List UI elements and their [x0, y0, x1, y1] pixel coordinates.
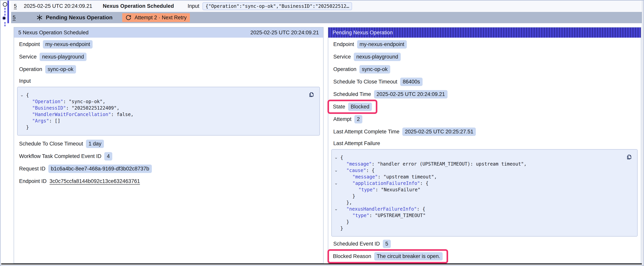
event-detail-panel-scheduled: 5 Nexus Operation Scheduled 2025-02-25 U…	[14, 27, 324, 264]
json-key: "cause"	[346, 168, 366, 173]
field-row-endpoint: Endpointmy-nexus-endpoint	[333, 38, 641, 51]
field-label: Endpoint ID	[19, 178, 46, 184]
retry-attempt-badge: Attempt 2 · Next Retry	[122, 13, 190, 22]
field-value-chip: Blocked	[348, 103, 372, 111]
field-row-scheduled-event-id: Scheduled Event ID5	[333, 237, 641, 250]
field-label: Workflow Task Completed Event ID	[19, 153, 101, 159]
json-text: },	[346, 200, 352, 205]
json-text: }	[352, 193, 355, 199]
field-value-chip: The circuit breaker is open.	[374, 252, 443, 260]
json-text: : "handler error (UPSTREAM_TIMEOUT): ups…	[372, 161, 527, 167]
failure-section-label: Last Attempt Failure	[333, 140, 380, 146]
input-json-viewer: ⌄{"Operation": "sync-op-ok","BusinessID"…	[17, 87, 320, 136]
field-value-chip: 2025-02-25 UTC 20:24:09.21	[374, 90, 448, 99]
field-value-chip: 2	[354, 115, 362, 123]
field-row-service: Servicenexus-playground	[19, 51, 323, 63]
field-row-scheduled-time: Scheduled Time2025-02-25 UTC 20:24:09.21	[333, 88, 641, 100]
field-label: Endpoint	[19, 41, 40, 47]
field-label: Operation	[19, 66, 42, 72]
timeline-active-bar	[8, 1, 9, 23]
json-line: }	[332, 225, 637, 232]
annotation-highlight-box: Blocked ReasonThe circuit breaker is ope…	[328, 249, 448, 263]
field-row-endpoint-id: Endpoint ID3c0c75ccfa8144b092c13ce632463…	[19, 175, 323, 187]
input-preview-chip[interactable]: {"Operation":"sync-op-ok","BusinessID":"…	[202, 2, 352, 10]
collapse-caret-icon[interactable]: ⌄	[20, 92, 24, 98]
event-id-link[interactable]: 5	[13, 15, 16, 21]
field-value-link[interactable]: 3c0c75ccfa8144b092c13ce632463761	[50, 178, 140, 184]
json-text: : "sync-op-ok",	[63, 99, 106, 104]
event-detail-timestamp: 2025-02-25 UTC 20:24:09.21	[250, 30, 319, 36]
vertical-scrollbar[interactable]	[642, 1, 644, 265]
field-row-schedule-to-close-timeout: Schedule To Close Timeout86400s	[333, 76, 641, 88]
json-key: "Operation"	[32, 99, 63, 104]
field-label: Operation	[333, 66, 356, 72]
field-value-chip: 2025-02-25 UTC 20:25:27.51	[402, 128, 476, 136]
field-label: Service	[333, 54, 351, 60]
json-line: "type": "UPSTREAM_TIMEOUT"	[332, 212, 637, 219]
json-text: {	[340, 155, 343, 160]
pending-title: Pending Nexus Operation	[46, 15, 112, 21]
json-text: : []	[49, 118, 60, 124]
pending-operation-panel: Pending Nexus Operation Endpointmy-nexus…	[328, 27, 641, 264]
json-line: "message": "upstream timeout",	[332, 174, 637, 180]
json-line: ⌄{	[332, 154, 637, 161]
json-key: "Args"	[32, 118, 49, 124]
field-value-chip: 4	[104, 152, 112, 160]
json-text: : "upstream timeout",	[378, 174, 437, 180]
field-label: Endpoint	[333, 41, 354, 47]
event-row-scheduled[interactable]: 5 2025-02-25 UTC 20:24:09.21 Nexus Opera…	[11, 1, 642, 12]
field-value-chip: nexus-playground	[40, 53, 86, 61]
field-label: Schedule To Close Timeout	[19, 141, 83, 147]
json-line: },	[332, 199, 637, 206]
json-key: "type"	[352, 213, 369, 218]
json-text: : "20250225122409",	[66, 105, 120, 111]
json-text: }	[346, 219, 349, 225]
field-value-chip: my-nexus-endpoint	[357, 40, 407, 49]
pending-panel-header: Pending Nexus Operation	[328, 28, 641, 38]
field-label: Schedule To Close Timeout	[333, 79, 397, 85]
json-line: ⌄"applicationFailureInfo": {	[332, 180, 637, 187]
field-row-workflow-task-completed-event-id: Workflow Task Completed Event ID4	[19, 150, 323, 162]
json-text: : {	[366, 168, 374, 173]
json-line: "Operation": "sync-op-ok",	[18, 99, 320, 105]
json-key: "message"	[346, 161, 372, 167]
json-text: : {	[417, 206, 425, 212]
field-value-chip: my-nexus-endpoint	[43, 40, 93, 49]
timeline-event-marker-current	[2, 16, 6, 20]
annotation-highlight-box: StateBlocked	[328, 100, 377, 114]
field-row-request-id: Request IDb1c6a4bc-8ee7-468a-9169-df3b02…	[19, 162, 323, 175]
json-line: }	[332, 219, 637, 225]
collapse-caret-icon[interactable]: ⌄	[334, 167, 338, 173]
event-id-link[interactable]: 5	[14, 3, 17, 9]
field-label: State	[333, 104, 345, 110]
json-text: : {	[420, 181, 428, 186]
capture-bottom-edge	[1, 263, 642, 264]
collapse-caret-icon[interactable]: ⌄	[334, 205, 338, 212]
json-line: "type": "NexusFailure"	[332, 187, 637, 193]
timeline-event-marker-open	[3, 2, 7, 7]
json-line: ⌄{	[18, 92, 320, 99]
json-line: ⌄"cause": {	[332, 167, 637, 174]
event-row-pending[interactable]: 5 Pending Nexus Operation Attempt 2 · Ne…	[11, 12, 642, 23]
json-line: ⌄"nexusHandlerFailureInfo": {	[332, 206, 637, 212]
pending-asterisk-icon	[36, 14, 43, 21]
failure-json-viewer: ⌄{"message": "handler error (UPSTREAM_TI…	[331, 149, 638, 236]
retry-icon	[126, 15, 131, 21]
timeline-connector	[4, 22, 6, 26]
field-row-attempt: Attempt2	[333, 113, 641, 125]
input-label: Input	[188, 3, 199, 9]
field-row-operation: Operationsync-op-ok	[333, 63, 641, 76]
collapse-caret-icon[interactable]: ⌄	[334, 180, 338, 186]
timeline-connector	[4, 8, 6, 16]
field-value-chip: sync-op-ok	[45, 65, 76, 74]
field-value-chip: sync-op-ok	[360, 65, 390, 74]
json-line: "HandlerWaitForCancellation": false,	[18, 111, 320, 118]
json-line: "BusinessID": "20250225122409",	[18, 105, 320, 111]
field-row-schedule-to-close-timeout: Schedule To Close Timeout1 day	[19, 137, 323, 150]
json-text: : false,	[111, 112, 134, 117]
collapse-caret-icon[interactable]: ⌄	[334, 154, 338, 160]
json-key: "applicationFailureInfo"	[352, 181, 420, 186]
field-value-chip: b1c6a4bc-8ee7-468a-9169-df3b02c8737b	[48, 165, 152, 173]
field-value-chip: nexus-playground	[354, 53, 401, 61]
retry-badge-label: Attempt 2 · Next Retry	[134, 15, 186, 21]
